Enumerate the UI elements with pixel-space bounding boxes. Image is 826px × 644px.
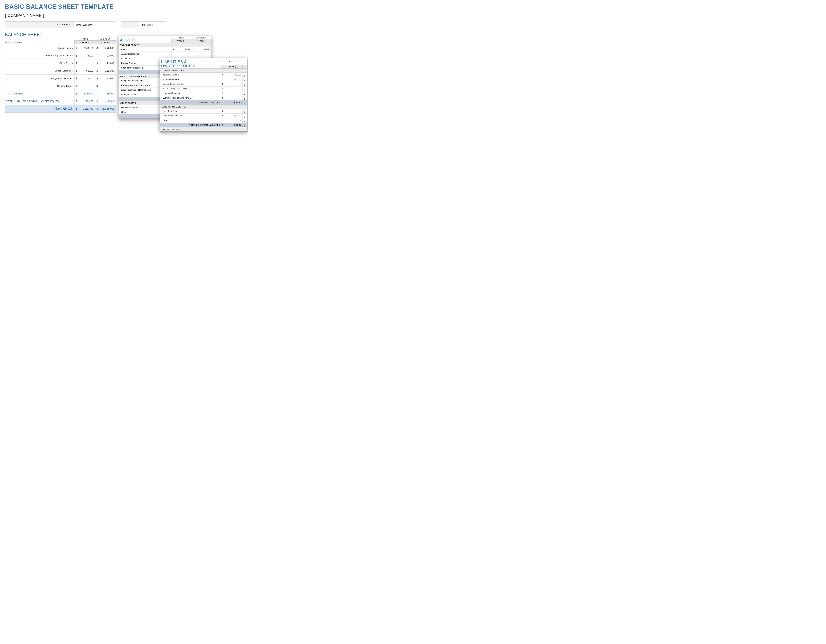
total-liab-current: $1,248.00 (95, 98, 116, 105)
summary-row: Owner's Equity$-$- (5, 82, 116, 90)
assets-col-prior: PRIOR (171, 36, 191, 39)
summary-row: Fixed (Long-Term) Assets$350.00$210.00 (5, 52, 116, 59)
owners-equity-header: OWNER'S EQUITY (160, 127, 247, 131)
table-row: Accrued Salaries and Wages$-$ (160, 87, 247, 91)
assets-prior-year[interactable]: [ YEAR ] (171, 39, 191, 43)
line-prior[interactable]: $- (221, 91, 242, 96)
table-row: Current Portion of Long-Term Debt$-$ (160, 96, 247, 100)
line-current[interactable]: $60.00 (191, 47, 211, 52)
summary-row-current[interactable]: $210.00 (95, 52, 116, 59)
summary-row: Current Liabilities$600.00$1,125.00 (5, 67, 116, 74)
total-assets-label: TOTAL ASSETS (5, 90, 75, 98)
prepared-by-value[interactable]: Brent Williams (74, 22, 115, 28)
line-label: Income Taxes Payable (160, 82, 221, 87)
summary-row-current[interactable]: $2,460.00 (95, 44, 116, 52)
total-assets-prior: $2,956.00 (75, 90, 95, 98)
current-year-cell[interactable]: [ YEAR ] (95, 40, 116, 44)
line-prior[interactable] (171, 52, 191, 56)
company-name: [ COMPANY NAME ] (5, 13, 243, 18)
line-label: Long-Term Debt (160, 109, 221, 113)
assets-panel-title: ASSETS (119, 36, 171, 43)
line-prior[interactable]: $- (221, 118, 242, 123)
table-row: Short-Term Loans$200.00$ (160, 77, 247, 82)
line-prior[interactable]: $123.00 (221, 113, 242, 118)
line-current-stub[interactable]: $ (242, 77, 247, 82)
date-box: DATE MM/DD/YY (121, 22, 166, 28)
line-current-stub[interactable]: $ (242, 109, 247, 113)
date-value[interactable]: MM/DD/YY (138, 22, 166, 28)
line-label: Cash (119, 47, 171, 52)
liab-total-longterm-row: TOTAL LONG-TERM LIABILITIES $123.00 $ (160, 123, 247, 127)
line-prior[interactable]: $200.00 (221, 77, 242, 82)
line-current[interactable] (191, 52, 211, 56)
summary-row-label: Current Liabilities (5, 67, 75, 74)
liab-total-longterm-prior: $123.00 (221, 123, 242, 127)
liab-total-current-prior: $600.00 (221, 100, 242, 105)
line-prior[interactable]: $400.00 (221, 73, 242, 77)
table-row: Long-Term Debt$-$ (160, 109, 247, 113)
line-label: Accrued Salaries and Wages (160, 87, 221, 91)
line-current-stub[interactable]: $ (242, 87, 247, 91)
line-prior[interactable]: $- (221, 96, 242, 100)
summary-row-label: Current Assets (5, 44, 75, 52)
table-row: Accounts Payable$400.00$ (160, 73, 247, 77)
liab-col-prior: PRIOR (221, 58, 242, 65)
summary-row-current[interactable]: $210.00 (95, 59, 116, 67)
summary-row-prior[interactable]: $350.00 (75, 52, 95, 59)
summary-row-label: Owner's Equity (5, 82, 75, 90)
prepared-by-box: PREPARED BY Brent Williams (5, 22, 115, 28)
total-assets-current: $210.00 (95, 90, 116, 98)
summary-row-label: Other Assets (5, 59, 75, 67)
summary-row-prior[interactable]: $- (75, 82, 95, 90)
table-row: Income Taxes Payable$-$ (160, 82, 247, 87)
line-current-stub[interactable]: $ (242, 91, 247, 96)
line-current-stub[interactable]: $ (242, 82, 247, 87)
summary-row-current[interactable]: $- (95, 82, 116, 90)
line-current-stub[interactable]: $ (242, 96, 247, 100)
summary-row-prior[interactable]: $2,606.00 (75, 44, 95, 52)
line-current-stub[interactable]: $ (242, 118, 247, 123)
line-current-stub[interactable]: $ (242, 73, 247, 77)
total-assets-row: TOTAL ASSETS $2,956.00 $210.00 (5, 90, 116, 98)
liabilities-panel-title: LIABILITIES &OWNER'S EQUITY (160, 58, 221, 68)
liab-total-current-label: TOTAL CURRENT LIABILITIES (160, 100, 221, 105)
line-label: Accounts Payable (160, 73, 221, 77)
line-label: Accounts Receivable (119, 52, 171, 56)
summary-row-prior[interactable]: $600.00 (75, 67, 95, 74)
current-assets-header: CURRENT ASSETS (119, 43, 211, 47)
summary-row: Long-Term Liabilities$123.00$123.00 (5, 74, 116, 82)
line-label: Unearned Revenue (160, 91, 221, 96)
line-prior[interactable]: $- (221, 109, 242, 113)
balance-row: BALANCE $2,233.00 $(1,038.00) (5, 105, 116, 113)
line-prior[interactable]: $- (221, 87, 242, 91)
line-current-stub[interactable]: $ (242, 113, 247, 118)
summary-table: ASSET TYPE PRIOR CURRENT [ YEAR ] [ YEAR… (5, 37, 116, 113)
liabilities-panel: LIABILITIES &OWNER'S EQUITY PRIOR [ YEAR… (160, 58, 247, 132)
total-liab-prior: $723.00 (75, 98, 95, 105)
balance-current: $(1,038.00) (95, 105, 116, 113)
summary-row-prior[interactable]: $123.00 (75, 74, 95, 82)
balance-label: BALANCE (5, 105, 75, 113)
table-row: Accounts Receivable (119, 52, 211, 56)
liab-prior-year[interactable]: [ YEAR ] (221, 65, 242, 68)
line-prior[interactable]: $50.00 (171, 47, 191, 52)
total-liab-row: TOTAL LIABILITIES & STOCKHOLDER EQUITY $… (5, 98, 116, 105)
assets-current-year[interactable]: [ YEAR ] (191, 39, 211, 43)
current-liab-header: CURRENT LIABILITIES (160, 68, 247, 73)
date-label: DATE (121, 22, 138, 28)
prior-year-cell[interactable]: [ YEAR ] (75, 40, 95, 44)
line-label: Deferred Income Tax (160, 113, 221, 118)
line-label: Other (160, 118, 221, 123)
doc-title: BASIC BALANCE SHEET TEMPLATE (5, 3, 243, 10)
summary-row-prior[interactable]: $- (75, 59, 95, 67)
summary-row-current[interactable]: $123.00 (95, 74, 116, 82)
prepared-by-label: PREPARED BY (5, 22, 74, 28)
summary-row-label: Fixed (Long-Term) Assets (5, 52, 75, 59)
line-label: Short-Term Loans (160, 77, 221, 82)
table-row: Unearned Revenue$-$ (160, 91, 247, 96)
balance-prior: $2,233.00 (75, 105, 95, 113)
liab-total-longterm-label: TOTAL LONG-TERM LIABILITIES (160, 123, 221, 127)
line-prior[interactable]: $- (221, 82, 242, 87)
col-current-label: CURRENT (95, 37, 116, 40)
summary-row-current[interactable]: $1,125.00 (95, 67, 116, 74)
